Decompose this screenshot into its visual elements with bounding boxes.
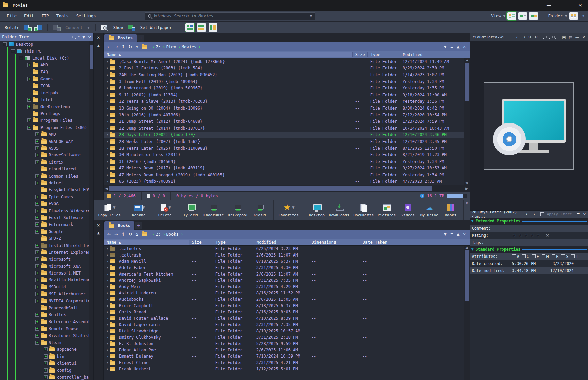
rotate-left-icon[interactable]: [24, 24, 32, 31]
preview-minimize-icon[interactable]: —: [575, 35, 579, 39]
table-row[interactable]: ›13th (2016) {tmdb-407806}--File Folder7…: [104, 112, 464, 118]
tab-books[interactable]: Books: [104, 221, 134, 230]
tree-item[interactable]: +Realtek: [0, 311, 89, 318]
expand-icon[interactable]: +: [35, 313, 39, 317]
new-tab-button[interactable]: +: [135, 222, 142, 229]
expand-icon[interactable]: +: [35, 132, 39, 136]
expand-icon[interactable]: +: [35, 327, 39, 331]
apply-checkbox[interactable]: [540, 212, 544, 216]
attribute-checkbox[interactable]: [542, 254, 545, 258]
tree-scrollbar-thumb[interactable]: [90, 45, 93, 69]
shortcut-books[interactable]: Books: [441, 203, 460, 217]
table-row[interactable]: ›Audiobooks--File Folder2/6/2025 11:05 A…: [104, 296, 464, 303]
tree-item[interactable]: +MSI Afterburner: [0, 291, 89, 297]
column-header-date-taken[interactable]: Date Taken: [360, 240, 464, 245]
table-row[interactable]: ›21 Jump Street (2012) {tmdb-64688}--Fil…: [104, 118, 464, 125]
folder-view-icon[interactable]: [569, 12, 578, 20]
row-expand-icon[interactable]: ›: [107, 126, 108, 131]
pane-sort-icon[interactable]: ≡: [450, 232, 453, 236]
expand-icon[interactable]: +: [27, 63, 31, 67]
dropdown-icon[interactable]: ▼: [143, 206, 145, 209]
table-row[interactable]: ›Dick Strawbridge--File Folder8/19/2025 …: [104, 328, 464, 334]
tree-item[interactable]: cloudflared: [0, 166, 89, 172]
close-button[interactable]: ×: [572, 0, 588, 11]
books-scrollbar[interactable]: ▲ ▼: [464, 246, 470, 380]
path-dropdown-icon[interactable]: ▼: [444, 232, 446, 236]
path-dropdown-icon[interactable]: ▼: [444, 45, 446, 49]
column-header-name[interactable]: Name ▲: [104, 240, 189, 245]
pane-close-icon[interactable]: ×: [97, 35, 100, 40]
shortcut-favorites[interactable]: ★▼Favorites: [277, 203, 300, 217]
row-expand-icon[interactable]: ›: [107, 253, 108, 258]
tree-item[interactable]: −Local Disk (C:): [0, 55, 89, 62]
expand-icon[interactable]: +: [35, 174, 39, 178]
shortcut-videos[interactable]: Videos: [398, 203, 418, 217]
preview-panel-icon[interactable]: ▤: [569, 35, 572, 39]
zoom-out-icon[interactable]: [546, 36, 549, 38]
attribute-checkbox[interactable]: [561, 254, 565, 258]
forward-icon[interactable]: →: [114, 232, 118, 237]
movies-hscrollbar-thumb[interactable]: [109, 186, 432, 191]
refresh-icon[interactable]: ↻: [128, 44, 132, 49]
tree-item[interactable]: EasyAntiCheat_EOS: [0, 186, 89, 193]
column-header-size[interactable]: Size: [189, 240, 213, 245]
tree-item[interactable]: +dotnet: [0, 180, 89, 186]
search-dropdown-icon[interactable]: ▼: [310, 14, 312, 18]
tree-item[interactable]: +RivaTuner Statistics Serv: [0, 332, 89, 339]
tree-item[interactable]: +Microsoft: [0, 256, 89, 263]
column-header-name[interactable]: Name ▲: [104, 52, 352, 57]
rotate-ccw-icon[interactable]: ↺: [528, 35, 532, 39]
expand-icon[interactable]: +: [35, 139, 39, 144]
pane-x-icon[interactable]: ×: [463, 232, 466, 236]
next-item-icon[interactable]: →: [532, 212, 535, 216]
menu-edit[interactable]: Edit: [21, 13, 37, 19]
zoom-reset-icon[interactable]: [552, 36, 555, 38]
breadcrumb-segment[interactable]: Books: [166, 232, 181, 237]
tree-item[interactable]: +config: [0, 367, 89, 374]
column-header-dimensions[interactable]: Dimensions: [309, 240, 360, 245]
home-icon[interactable]: ⌂: [135, 44, 138, 49]
shortcut-tylerpc[interactable]: TylerPC: [182, 203, 201, 217]
tree-item[interactable]: +Google: [0, 228, 89, 235]
row-expand-icon[interactable]: ›: [107, 99, 108, 104]
breadcrumb-segment[interactable]: Z:: [156, 232, 163, 237]
row-expand-icon[interactable]: ›: [107, 360, 108, 365]
row-expand-icon[interactable]: ›: [107, 146, 108, 151]
up-icon[interactable]: ↑: [121, 44, 125, 49]
collapse-icon[interactable]: −: [11, 49, 15, 53]
dropdown-icon[interactable]: ▼: [169, 206, 171, 209]
menu-ftp[interactable]: FTP: [38, 13, 52, 19]
tree-item[interactable]: PerfLogs: [0, 110, 89, 117]
table-row[interactable]: ›6 Underground (2019) {tmdb-509967}--Fil…: [104, 85, 464, 92]
properties-close-icon[interactable]: ×: [583, 212, 586, 216]
properties-menu-icon[interactable]: ≡: [577, 212, 580, 216]
row-expand-icon[interactable]: ›: [107, 246, 108, 251]
row-expand-icon[interactable]: ›: [107, 265, 108, 270]
shortcut-downloads[interactable]: Downloads: [328, 203, 351, 217]
table-row[interactable]: ›28 Years Later (2025) {tmdb-1100988}--F…: [104, 145, 464, 152]
column-header-modified[interactable]: Modified: [254, 240, 309, 245]
section-collapse-icon[interactable]: ▼: [471, 248, 474, 251]
rating-stars[interactable]: ★★★★★: [512, 232, 542, 238]
shortcut-drivepool[interactable]: Drivepool: [227, 203, 250, 217]
row-expand-icon[interactable]: ›: [107, 367, 108, 371]
row-expand-icon[interactable]: ›: [107, 354, 108, 359]
scroll-up-icon[interactable]: ▲: [464, 58, 470, 62]
tree-close-icon[interactable]: ×: [88, 35, 91, 39]
expand-icon[interactable]: +: [27, 98, 31, 102]
table-row[interactable]: ›David Lagercrantz--File Folder3/31/2025…: [104, 321, 464, 328]
collapse-icon[interactable]: −: [27, 126, 31, 130]
pane-layout-3-icon[interactable]: [209, 23, 217, 32]
refresh-icon[interactable]: ↻: [128, 232, 132, 237]
back-icon[interactable]: ←: [107, 44, 111, 49]
column-header-type[interactable]: Type: [368, 52, 400, 57]
shortcut-delete[interactable]: ▼Delete: [156, 203, 175, 217]
expand-icon[interactable]: +: [35, 257, 39, 261]
expand-icon[interactable]: +: [35, 264, 39, 268]
collapse-icon[interactable]: −: [3, 42, 7, 46]
video-thumbnail[interactable]: [484, 82, 574, 170]
preview-forward-icon[interactable]: →: [522, 35, 525, 39]
tree-item[interactable]: +ANALOG WAY: [0, 138, 89, 145]
expand-icon[interactable]: +: [35, 181, 39, 185]
table-row[interactable]: ›America's Test Kitchen--File Folder2/6/…: [104, 271, 464, 277]
